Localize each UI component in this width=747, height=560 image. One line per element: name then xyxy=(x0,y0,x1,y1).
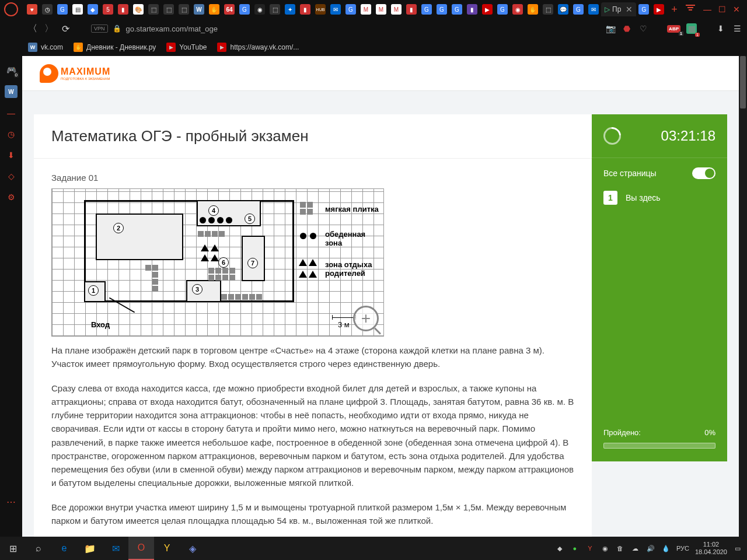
twitch-icon[interactable]: 🎮0 xyxy=(5,64,17,76)
zoom-icon[interactable]: + xyxy=(353,306,379,331)
new-tab-button[interactable]: + xyxy=(671,4,678,16)
tab-icon[interactable]: ⬚ xyxy=(179,4,189,15)
tab-icon[interactable]: ⬚ xyxy=(148,4,159,15)
tab-icon[interactable]: 🎨 xyxy=(133,4,144,15)
clock[interactable]: 11:02 18.04.2020 xyxy=(695,541,727,556)
download-icon[interactable]: ⬇ xyxy=(5,149,17,161)
tray-icon[interactable]: ● xyxy=(570,544,580,553)
tab-icon[interactable]: M xyxy=(361,4,371,15)
tab-icon[interactable]: G xyxy=(421,4,432,15)
tab-icon[interactable]: ◉ xyxy=(512,4,523,15)
history-icon[interactable]: ◷ xyxy=(5,128,17,140)
camera-icon[interactable]: 📷 xyxy=(605,23,616,34)
tab-icon[interactable]: W xyxy=(194,4,204,15)
edge-icon[interactable]: e xyxy=(51,537,77,560)
vpn-badge[interactable]: VPN xyxy=(91,24,108,33)
tab-icon[interactable]: ♥ xyxy=(27,4,37,15)
minus-icon[interactable]: — xyxy=(5,107,17,119)
floor-plan-image[interactable]: 1 2 3 4 5 6 7 xyxy=(51,188,384,337)
abp-icon[interactable]: ABP1 xyxy=(667,25,680,33)
url-field[interactable]: go.startexam.com/mat_oge xyxy=(126,24,601,33)
opera-menu-icon[interactable] xyxy=(685,5,696,14)
reload-button[interactable]: ⟳ xyxy=(60,23,71,34)
scrollbar-thumb[interactable] xyxy=(740,56,746,108)
tray-icon[interactable]: 💧 xyxy=(661,544,671,553)
tab-icon[interactable]: ✉ xyxy=(588,4,599,15)
tray-icon[interactable]: 🗑 xyxy=(616,544,625,553)
opera-logo-icon[interactable] xyxy=(4,2,18,16)
heart-icon[interactable]: ♡ xyxy=(638,23,648,34)
back-button[interactable]: 〈 xyxy=(27,23,39,34)
tab-icon[interactable]: ▮ xyxy=(467,4,477,15)
tab-icon[interactable]: G xyxy=(57,4,68,15)
tab-icon[interactable]: G xyxy=(239,4,250,15)
tab-icon[interactable]: ✉ xyxy=(330,4,341,15)
tab-icon[interactable]: ▮ xyxy=(406,4,417,15)
tab-icon[interactable]: 💬 xyxy=(558,4,568,15)
tab-icon[interactable]: HUB xyxy=(315,4,326,15)
tab-icon[interactable]: ◆ xyxy=(88,4,98,15)
tab-icon[interactable]: 5 xyxy=(103,4,113,15)
download-icon[interactable]: ⬇ xyxy=(715,23,726,34)
scrollbar[interactable] xyxy=(739,56,747,537)
minimize-button[interactable]: — xyxy=(703,5,711,14)
tab-icon[interactable]: ▶ xyxy=(482,4,493,15)
forward-button[interactable]: 〉 xyxy=(43,23,55,34)
tab-icon[interactable]: M xyxy=(391,4,402,15)
opera-taskbar-icon[interactable]: O xyxy=(128,537,154,560)
tab-icon[interactable]: G xyxy=(638,4,649,15)
tab-icon[interactable]: ⬚ xyxy=(543,4,553,15)
maximize-button[interactable]: ☐ xyxy=(718,5,726,14)
tab-icon[interactable]: ▮ xyxy=(300,4,310,15)
tab-active[interactable]: ▷ Пр ✕ xyxy=(601,2,636,16)
tab-icon[interactable]: ⬚ xyxy=(163,4,174,15)
notifications-icon[interactable]: ▭ xyxy=(733,544,742,553)
tray-icon[interactable]: ◆ xyxy=(555,544,564,553)
tab-icon[interactable]: ◉ xyxy=(254,4,265,15)
discord-icon[interactable]: ◈ xyxy=(180,537,205,560)
pages-toggle[interactable] xyxy=(692,167,715,179)
tab-icon[interactable]: ⬚ xyxy=(270,4,280,15)
tab-icon[interactable]: G xyxy=(452,4,462,15)
tab-icon[interactable]: ✋ xyxy=(209,4,219,15)
bookmark-item[interactable]: ✋Дневник - Дневник.ру xyxy=(74,43,156,52)
tab-icon[interactable]: G xyxy=(573,4,584,15)
cube-icon[interactable]: ◇ xyxy=(5,170,17,182)
logo-icon xyxy=(40,64,58,83)
extension-icon[interactable]: ▦1 xyxy=(686,23,697,34)
language-indicator[interactable]: РУС xyxy=(676,545,689,552)
tray-icon[interactable]: Y xyxy=(585,544,595,553)
tab-icon[interactable]: G xyxy=(345,4,356,15)
tray-icon[interactable]: ☁ xyxy=(631,544,640,553)
volume-icon[interactable]: 🔊 xyxy=(646,544,655,553)
tab-icon[interactable]: ▮ xyxy=(118,4,128,15)
tab-icon[interactable]: ▶ xyxy=(654,4,664,15)
tab-icon[interactable]: ◷ xyxy=(42,4,53,15)
easy-setup-icon[interactable]: ☰ xyxy=(732,23,742,34)
vk-icon[interactable]: W xyxy=(5,85,18,98)
bookmark-item[interactable]: Wvk.com xyxy=(28,43,63,52)
tab-icon[interactable]: ✋ xyxy=(528,4,538,15)
shield-icon[interactable]: ⬣ xyxy=(622,23,632,34)
yandex-icon[interactable]: Y xyxy=(154,537,180,560)
tab-icon[interactable]: ✦ xyxy=(285,4,295,15)
tab-icon[interactable]: G xyxy=(437,4,447,15)
close-icon[interactable]: ✕ xyxy=(626,5,633,14)
search-button[interactable]: ⌕ xyxy=(26,537,51,560)
mail-icon[interactable]: ✉ xyxy=(103,537,128,560)
tray-icon[interactable]: ◉ xyxy=(601,544,610,553)
lock-icon[interactable]: 🔒 xyxy=(113,24,121,33)
current-page-badge[interactable]: 1 xyxy=(603,191,617,205)
site-logo[interactable]: MAXIMUM ПОДГОТОВКА К ЭКЗАМЕНАМ xyxy=(40,64,110,83)
tab-icon[interactable]: ▤ xyxy=(72,4,83,15)
explorer-icon[interactable]: 📁 xyxy=(77,537,103,560)
more-icon[interactable]: ⋯ xyxy=(6,496,16,508)
tab-icon[interactable]: G xyxy=(497,4,508,15)
bookmark-item[interactable]: ▶https://away.vk.com/... xyxy=(217,43,299,52)
gear-icon[interactable]: ⚙ xyxy=(5,191,17,203)
tab-icon[interactable]: M xyxy=(376,4,386,15)
close-button[interactable]: ✕ xyxy=(733,5,740,14)
start-button[interactable]: ⊞ xyxy=(0,537,26,560)
tab-icon[interactable]: 64 xyxy=(224,4,235,15)
bookmark-item[interactable]: ▶YouTube xyxy=(166,43,207,52)
